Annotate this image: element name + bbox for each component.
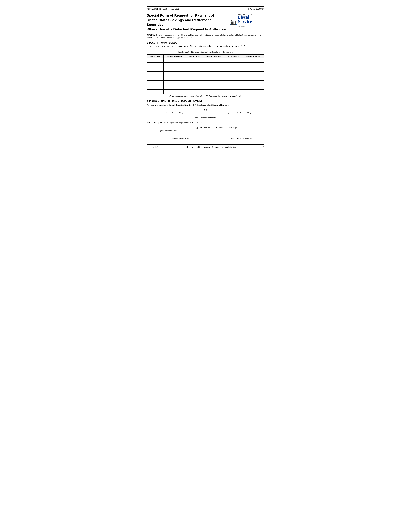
table-cell[interactable] [186,72,203,76]
table-cell[interactable] [163,72,186,76]
table-cell[interactable] [225,67,242,72]
table-row [147,63,264,67]
table-cell[interactable] [203,72,225,76]
table-cell[interactable] [203,58,225,63]
checking-checkbox-item: Checking [212,127,224,129]
table-cell[interactable] [242,81,264,85]
table-cell[interactable] [225,81,242,85]
fiscal-service-label: Fiscal Service [238,15,264,24]
table-cell[interactable] [225,58,242,63]
col1-serial-header: SERIAL NUMBER [163,55,186,58]
table-cell[interactable] [203,63,225,67]
table-cell[interactable] [203,81,225,85]
footer-form-number: FS Form 1522 [147,146,159,148]
table-cell[interactable] [163,58,186,63]
important-body: Follow instructions in filling out this … [147,34,261,38]
table-cell[interactable] [186,67,203,72]
section1-title: 1. DESCRIPTION OF BONDS [147,41,264,44]
table-row [147,81,264,85]
omb-number: OMB No. 1530-0028 [248,8,264,10]
table-cell[interactable] [147,90,164,94]
table-cell[interactable] [242,76,264,81]
table-cell[interactable] [225,72,242,76]
logo-text: BUREAU OF THE Fiscal Service U.S. DEPART… [238,13,264,27]
important-text: IMPORTANT: Follow instructions in fillin… [147,34,264,39]
fi-name-line[interactable] [147,134,215,137]
table-cell[interactable] [203,67,225,72]
fi-phone-line[interactable] [219,134,264,137]
table-cell[interactable] [203,85,225,90]
checking-checkbox[interactable] [212,127,214,129]
form-number: FS Form 1522 [147,8,158,10]
logo-area: ★ BUREAU OF THE Fiscal Service U.S. DEPA… [228,13,264,28]
fi-labels-row: (Financial Institution's Name) (Financia… [147,138,264,140]
routing-input-line[interactable] [203,121,264,124]
table-row [147,90,264,94]
name-line-label: Provide name(s) of the person(s) current… [147,51,264,53]
table-cell[interactable] [147,72,164,76]
table-cell[interactable] [186,85,203,90]
table-cell[interactable] [186,63,203,67]
savings-label: Savings [229,127,237,129]
checking-label: Checking [215,127,224,129]
title-line2: United States Savings and Retirement Sec… [147,18,228,27]
title-line3: Where Use of a Detached Request Is Autho… [147,27,228,32]
table-cell[interactable] [225,90,242,94]
table-cell[interactable] [163,81,186,85]
svg-rect-4 [234,22,234,24]
col2-serial-header: SERIAL NUMBER [203,55,225,58]
savings-checkbox[interactable] [226,127,228,129]
table-cell[interactable] [225,63,242,67]
table-cell[interactable] [225,76,242,81]
fi-row [147,134,264,137]
footer-page-number: 1 [263,146,264,148]
footer: FS Form 1522 Department of the Treasury … [147,144,264,148]
ein-label: (Employer Identification Number of Payee… [212,112,264,114]
treasury-building-icon: ★ [228,19,238,27]
table-cell[interactable] [203,76,225,81]
name-line [147,50,264,50]
table-note: (If you need more space, attach either a… [147,95,264,97]
account-type-row: Type of Account Checking Savings [147,126,264,129]
table-cell[interactable] [225,85,242,90]
table-cell[interactable] [163,76,186,81]
ssn-row: OR [147,108,264,111]
table-cell[interactable] [242,85,264,90]
fi-name-label: (Financial Institution's Name) [147,138,215,140]
table-cell[interactable] [163,67,186,72]
table-cell[interactable] [242,72,264,76]
table-row [147,85,264,90]
name-account-label: (Name/Names on the Account) [147,117,264,119]
table-cell[interactable] [203,90,225,94]
col1-issue-date-header: ISSUE DATE [147,55,164,58]
routing-label: Bank Routing No. (nine digits and begins… [147,121,202,124]
top-border [147,6,264,7]
table-row [147,67,264,72]
ein-input-line[interactable] [211,108,264,111]
col3-issue-date-header: ISSUE DATE [225,55,242,58]
depositor-input-line[interactable] [147,126,192,129]
table-cell[interactable] [242,90,264,94]
svg-rect-7 [231,24,236,25]
table-cell[interactable] [147,76,164,81]
table-cell[interactable] [147,81,164,85]
table-cell[interactable] [186,76,203,81]
payee-must-label: Payee must provide a Social Security Num… [147,104,264,106]
ssn-input-line[interactable] [147,108,201,111]
table-cell[interactable] [147,67,164,72]
table-cell[interactable] [242,63,264,67]
table-cell[interactable] [147,58,164,63]
col2-issue-date-header: ISSUE DATE [186,55,203,58]
table-cell[interactable] [163,85,186,90]
table-cell[interactable] [242,67,264,72]
table-cell[interactable] [163,63,186,67]
table-cell[interactable] [186,90,203,94]
table-cell[interactable] [147,85,164,90]
table-cell[interactable] [186,58,203,63]
table-cell[interactable] [186,81,203,85]
table-cell[interactable] [163,90,186,94]
depositor-label: (Depositor's Account No.) [147,130,192,132]
ssn-labels-row: (Social Security Number of Payee) (Emplo… [147,112,264,114]
table-cell[interactable] [147,63,164,67]
table-cell[interactable] [242,58,264,63]
